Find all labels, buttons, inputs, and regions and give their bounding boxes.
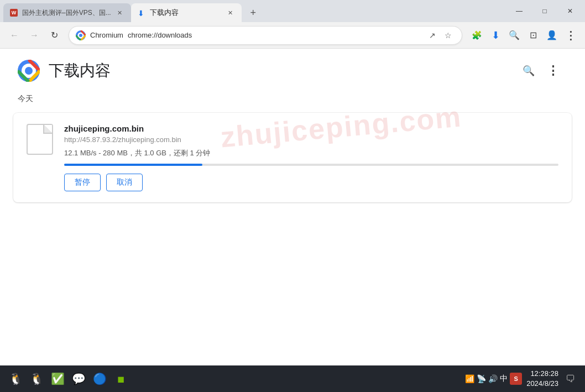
share-icon: ↗ [429, 31, 436, 40]
downloads-page-logo [18, 60, 40, 82]
notification-button[interactable]: 🗨 [563, 371, 578, 386]
close-button[interactable]: ✕ [557, 2, 583, 20]
taskbar-app-bluetooth[interactable]: 🔵 [91, 370, 108, 388]
search-toolbar-button[interactable]: 🔍 [505, 27, 523, 44]
penguin2-icon: 🐧 [30, 372, 44, 385]
network-icon: 📶 [465, 374, 474, 383]
tab-inactive-favicon: W [10, 9, 18, 17]
bookmark-icon: ☆ [445, 31, 452, 40]
profile-button[interactable]: 👤 [543, 27, 561, 44]
download-active-icon: ⬇ [492, 29, 500, 41]
tab-active-favicon: ⬇ [138, 9, 145, 17]
window-controls: — □ ✕ [506, 3, 585, 22]
tab-active-close-button[interactable]: ✕ [226, 8, 235, 17]
volume-icon: 🔊 [488, 374, 498, 383]
wps-icon[interactable]: S [510, 373, 522, 385]
taskbar-app-penguin2[interactable]: 🐧 [28, 370, 45, 388]
taskbar-app-nvidia[interactable]: ◼ [112, 370, 129, 388]
downloads-search-button[interactable]: 🔍 [519, 61, 539, 81]
taskbar-app-penguin1[interactable]: 🐧 [7, 370, 24, 388]
reload-button[interactable]: ↻ [45, 27, 63, 44]
sys-tray: 📶 📡 🔊 中 S [465, 373, 522, 385]
download-url: http://45.87.93.2/zhujiceping.com.bin [64, 135, 558, 144]
split-view-button[interactable]: ⊡ [524, 27, 542, 44]
bluetooth-icon: 🔵 [93, 372, 107, 385]
cancel-button[interactable]: 取消 [106, 174, 143, 191]
tab-active-title: 下载内容 [150, 8, 222, 18]
notification-icon: 🗨 [566, 373, 576, 385]
tab-inactive-title: 国外主机测评–国外VPS、国... [22, 8, 111, 18]
section-today-label: 今天 [0, 87, 585, 108]
search-toolbar-icon: 🔍 [509, 30, 520, 40]
nvidia-icon: ◼ [117, 374, 124, 384]
taskbar-time: 12:28:28 2024/8/23 [526, 369, 558, 389]
downloads-header-right: 🔍 ⋮ [519, 61, 563, 81]
bookmark-button[interactable]: ☆ [441, 28, 455, 43]
browser-menu-button[interactable]: ⋮ [562, 27, 579, 44]
reload-icon: ↻ [51, 30, 58, 40]
split-view-icon: ⊡ [530, 30, 537, 40]
maximize-button[interactable]: □ [532, 2, 557, 20]
tab-active[interactable]: ⬇ 下载内容 ✕ [131, 3, 242, 22]
svg-point-5 [25, 67, 33, 75]
downloads-header-left: 下载内容 [18, 60, 111, 82]
download-info: zhujiceping.com.bin http://45.87.93.2/zh… [64, 124, 558, 191]
forward-icon: → [30, 30, 39, 40]
progress-bar-fill [64, 164, 202, 166]
downloads-search-icon: 🔍 [523, 65, 535, 77]
taskbar-app-check[interactable]: ✅ [49, 370, 66, 388]
downloads-page: 下载内容 🔍 ⋮ zhujiceping.com 今天 [0, 49, 585, 365]
pause-button[interactable]: 暂停 [64, 174, 101, 191]
taskbar-app-chat[interactable]: 💬 [70, 370, 87, 388]
new-tab-button[interactable]: + [244, 3, 263, 22]
taskbar: 🐧 🐧 ✅ 💬 🔵 ◼ 📶 📡 🔊 中 S 12:28:28 2024/8/23… [0, 365, 585, 392]
downloads-menu-button[interactable]: ⋮ [543, 61, 563, 81]
downloads-menu-icon: ⋮ [547, 64, 559, 78]
profile-icon: 👤 [546, 30, 557, 40]
clock-time: 12:28:28 [526, 369, 558, 379]
share-button[interactable]: ↗ [425, 28, 440, 43]
browser-menu-icon: ⋮ [565, 29, 576, 42]
titlebar: W 国外主机测评–国外VPS、国... ✕ ⬇ 下载内容 ✕ + — □ ✕ [0, 0, 585, 22]
svg-point-2 [79, 34, 82, 37]
download-status: 12.1 MB/s - 280 MB，共 1.0 GB，还剩 1 分钟 [64, 148, 558, 158]
file-icon-fold [44, 125, 52, 133]
address-url: chrome://downloads [128, 31, 421, 39]
chat-icon: 💬 [72, 372, 86, 385]
clock-date: 2024/8/23 [526, 379, 558, 389]
back-icon: ← [10, 30, 19, 40]
taskbar-right: 📶 📡 🔊 中 S 12:28:28 2024/8/23 🗨 [465, 369, 578, 389]
downloads-header: 下载内容 🔍 ⋮ [0, 49, 585, 87]
chromium-logo [76, 30, 86, 40]
address-brand: Chromium [90, 31, 123, 39]
download-actions: 暂停 取消 [64, 174, 558, 191]
toolbar-right-icons: 🧩 ⬇ 🔍 ⊡ 👤 ⋮ [468, 27, 579, 44]
check-icon: ✅ [51, 372, 65, 385]
wifi-icon: 📡 [477, 374, 486, 383]
download-active-button[interactable]: ⬇ [487, 27, 504, 44]
penguin1-icon: 🐧 [9, 372, 23, 385]
tab-inactive-close-button[interactable]: ✕ [116, 8, 124, 17]
progress-bar-track [64, 164, 558, 166]
extensions-icon: 🧩 [472, 30, 482, 40]
page-title: 下载内容 [49, 60, 111, 81]
extensions-button[interactable]: 🧩 [468, 27, 485, 44]
minimize-button[interactable]: — [506, 2, 532, 20]
browser-toolbar: ← → ↻ Chromium chrome://downloads ↗ ☆ [0, 22, 585, 49]
download-filename: zhujiceping.com.bin [64, 124, 558, 133]
back-button[interactable]: ← [6, 27, 23, 44]
download-item: zhujiceping.com.bin http://45.87.93.2/zh… [13, 113, 572, 202]
ime-text[interactable]: 中 [500, 374, 508, 384]
tab-inactive[interactable]: W 国外主机测评–国外VPS、国... ✕ [3, 3, 131, 22]
forward-button[interactable]: → [25, 27, 43, 44]
address-bar-icons: ↗ ☆ [425, 28, 455, 43]
page-content: 下载内容 🔍 ⋮ zhujiceping.com 今天 [0, 49, 585, 365]
address-bar[interactable]: Chromium chrome://downloads ↗ ☆ [69, 26, 462, 45]
file-icon [27, 124, 53, 155]
download-item-card: zhujiceping.com.bin http://45.87.93.2/zh… [13, 113, 572, 202]
